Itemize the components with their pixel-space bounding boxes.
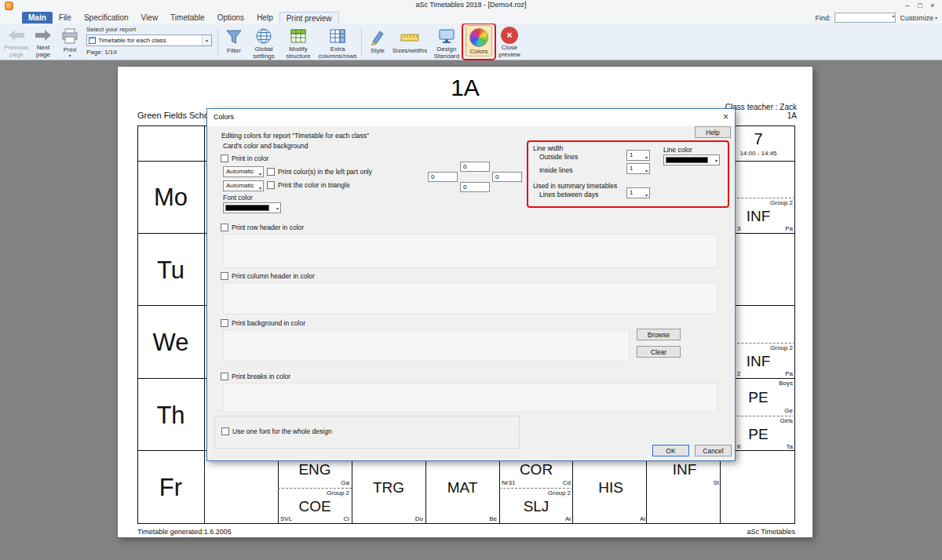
clear-button[interactable]: Clear — [637, 346, 681, 358]
column-header-panel — [223, 282, 717, 315]
lesson-cell-fr-cor-slj: COR Nr31 Cd Group 2 SLJ Ai — [499, 451, 573, 524]
page-title: 1A — [118, 75, 812, 101]
chevron-down-icon: ▾ — [259, 169, 261, 179]
margin-left-input[interactable] — [428, 172, 458, 182]
chevron-down-icon: ▾ — [935, 15, 937, 20]
arrow-left-icon — [6, 27, 27, 44]
print-column-header-checkbox[interactable]: Print column header in color — [221, 272, 315, 280]
ribbon-separator — [217, 27, 218, 56]
close-icon[interactable]: × — [926, 0, 939, 12]
school-name: Green Fields School — [137, 111, 216, 120]
tab-view[interactable]: View — [135, 12, 165, 24]
outside-lines-select[interactable]: 1 ▾ — [626, 150, 650, 161]
card-color-select-2[interactable]: Automatic ▾ — [223, 180, 264, 191]
print-button[interactable]: Print ▾ — [57, 25, 82, 59]
close-circle-icon: × — [501, 27, 518, 44]
report-selector-group: Select your report Timetable for each cl… — [86, 25, 212, 59]
chevron-down-icon: ▾ — [715, 158, 717, 163]
inside-lines-label: Inside lines — [539, 166, 573, 174]
design-standard-button[interactable]: Design Standard — [429, 25, 464, 59]
menu-tab-bar: Main File Specification View Timetable O… — [0, 12, 942, 24]
print-in-color-checkbox[interactable]: Print in color — [221, 155, 268, 162]
ribbon-separator — [361, 27, 362, 56]
day-label-th: Th — [137, 379, 204, 452]
dialog-title-bar: Colors × — [207, 109, 735, 126]
colors-button[interactable]: Colors — [466, 25, 492, 56]
left-part-only-checkbox[interactable]: Print color(s) in the left part only — [267, 168, 372, 176]
maximize-icon[interactable]: □ — [914, 0, 926, 12]
find-input[interactable] — [834, 13, 896, 23]
lesson-cell-fr-eng-coe: ENG Ga Group 2 COE SVL Ci — [278, 451, 352, 524]
chevron-down-icon: ▾ — [645, 153, 648, 162]
previous-page-button[interactable]: Previous page — [4, 25, 29, 59]
grid-cell — [721, 451, 794, 523]
global-settings-button[interactable]: Global settings — [248, 25, 279, 59]
tab-file[interactable]: File — [53, 12, 78, 24]
report-combobox[interactable]: Timetable for each class ▾ — [86, 35, 212, 46]
browse-button[interactable]: Browse — [637, 329, 681, 340]
dialog-title: Colors — [214, 113, 234, 121]
margin-bottom-input[interactable] — [460, 182, 490, 192]
print-row-header-checkbox[interactable]: Print row header in color — [221, 224, 304, 231]
color-in-triangle-checkbox[interactable]: Print the color in triangle — [267, 181, 350, 189]
chevron-down-icon: ▾ — [645, 166, 648, 176]
next-page-button[interactable]: Next page — [31, 25, 56, 59]
print-breaks-checkbox[interactable]: Print breaks in color — [221, 373, 290, 380]
extra-columns-rows-button[interactable]: Extra columns/rows — [317, 25, 358, 59]
monitor-icon — [437, 27, 456, 45]
margin-right-input[interactable] — [492, 172, 522, 182]
checkbox-box — [221, 427, 229, 435]
color-wheel-icon — [469, 27, 488, 48]
tab-timetable[interactable]: Timetable — [164, 12, 211, 24]
help-button[interactable]: Help — [695, 126, 731, 138]
close-preview-button[interactable]: × Close preview — [494, 25, 525, 59]
chevron-down-icon: ▾ — [276, 205, 279, 211]
use-one-font-checkbox[interactable]: Use one font for the whole design — [221, 427, 332, 435]
lesson-cell-fr-mat: MAT Be — [425, 451, 499, 524]
summary-section-label: Used in summary timetables — [533, 182, 617, 190]
dialog-close-icon[interactable]: × — [723, 111, 728, 122]
margin-top-input[interactable] — [460, 162, 490, 172]
tab-options[interactable]: Options — [211, 12, 250, 24]
find-area: Find: ▾ Customize ▾ — [815, 13, 937, 23]
modify-structure-button[interactable]: Modify structure — [281, 25, 316, 59]
chevron-down-icon: ▾ — [892, 13, 894, 19]
filter-button[interactable]: Filter — [221, 25, 246, 59]
minimize-icon[interactable]: – — [901, 0, 914, 12]
checkbox-box — [221, 373, 228, 380]
checkbox-box — [267, 181, 275, 189]
cancel-button[interactable]: Cancel — [695, 445, 732, 456]
grid-cell — [205, 451, 279, 523]
tab-print-preview[interactable]: Print preview — [279, 12, 339, 24]
inside-lines-select[interactable]: 1 ▾ — [626, 163, 650, 174]
checkbox-box — [267, 168, 275, 176]
font-color-label: Font color — [223, 194, 253, 202]
ruler-icon — [400, 27, 420, 47]
font-color-picker[interactable]: ▾ — [223, 202, 281, 213]
line-color-picker[interactable]: ▾ — [663, 155, 720, 165]
globe-icon — [254, 27, 273, 45]
print-background-checkbox[interactable]: Print background in color — [221, 319, 305, 327]
style-button[interactable]: Style — [365, 25, 390, 59]
brand-footer: aSc Timetables — [747, 528, 795, 536]
table-grid-blue-icon — [328, 27, 347, 45]
tab-main[interactable]: Main — [22, 12, 53, 24]
ok-button[interactable]: OK — [652, 445, 689, 456]
chevron-down-icon: ▾ — [645, 191, 648, 200]
arrow-right-icon — [33, 27, 53, 44]
tab-help[interactable]: Help — [250, 12, 279, 24]
customize-menu[interactable]: Customize ▾ — [900, 14, 937, 22]
colors-dialog: Colors × Editing colors for report "Time… — [206, 108, 736, 461]
sizes-widths-button[interactable]: Sizes/widths — [392, 25, 428, 59]
chevron-down-icon: ▾ — [68, 53, 71, 58]
card-color-select-1[interactable]: Automatic ▾ — [223, 166, 264, 177]
outside-lines-label: Outside lines — [539, 153, 578, 161]
day-label-fr: Fr — [137, 451, 204, 524]
chevron-down-icon: ▾ — [259, 184, 261, 193]
page-indicator: Page: 1/19 — [86, 49, 212, 56]
tab-specification[interactable]: Specification — [78, 12, 135, 24]
lines-between-days-select[interactable]: 1 ▾ — [626, 187, 650, 198]
find-label: Find: — [815, 14, 831, 22]
class-teacher-block: Class teacher : Zack 1A — [725, 103, 797, 120]
lesson-cell-fr-trg: TRG Do — [352, 451, 425, 524]
